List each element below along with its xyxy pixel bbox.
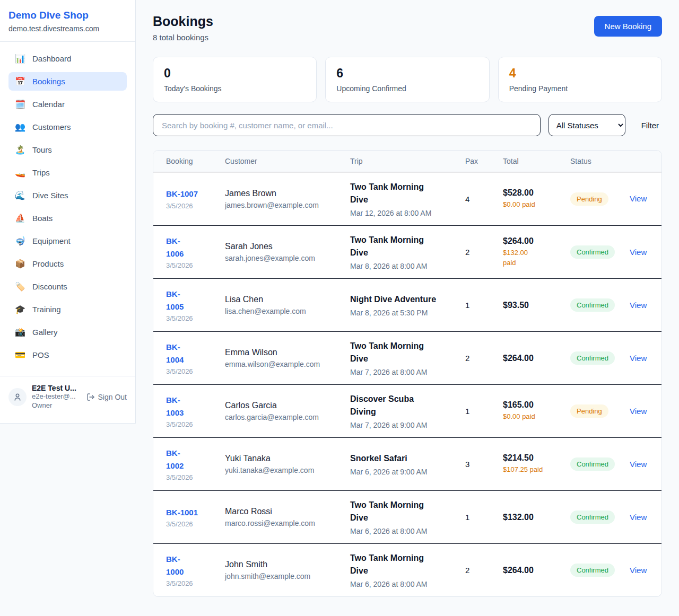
sidebar-item[interactable]: ⛵ Boats	[8, 209, 127, 227]
sidebar-item-icon: 📦	[15, 259, 25, 269]
booking-id-link[interactable]: BK- 1005	[166, 288, 220, 313]
sidebar-item-label: Tours	[32, 145, 52, 154]
actions-cell: View	[630, 248, 649, 257]
view-link[interactable]: View	[630, 354, 647, 363]
stat-label: Today's Bookings	[164, 84, 306, 93]
stat-value: 0	[164, 66, 306, 81]
table-row: BK- 1002 3/5/2026 Yuki Tanaka yuki.tanak…	[153, 437, 661, 490]
actions-cell: View	[630, 194, 649, 204]
status-select[interactable]: All Statuses	[549, 114, 625, 136]
sidebar-item[interactable]: 👥 Customers	[8, 118, 127, 136]
sidebar-item-label: Bookings	[32, 77, 65, 86]
bookings-table: Booking Customer Trip Pax Total Status B…	[153, 150, 662, 597]
paid-amount: $132.00 paid	[503, 248, 565, 267]
customer-cell: Emma Wilson emma.wilson@example.com	[225, 348, 350, 368]
sidebar-item[interactable]: 📊 Dashboard	[8, 49, 127, 68]
view-link[interactable]: View	[630, 566, 647, 575]
actions-cell: View	[630, 354, 649, 363]
booking-id-link[interactable]: BK-1007	[166, 188, 220, 200]
booking-date: 3/5/2026	[166, 367, 220, 375]
sidebar-item-label: Discounts	[32, 282, 67, 291]
sidebar-item[interactable]: 🏝️ Tours	[8, 140, 127, 159]
sidebar-item[interactable]: 🏷️ Discounts	[8, 277, 127, 296]
sidebar-item[interactable]: 🎓 Training	[8, 300, 127, 319]
stat-card: 4 Pending Payment	[498, 57, 662, 102]
table-row: BK- 1006 3/5/2026 Sarah Jones sarah.jone…	[153, 225, 661, 278]
status-cell: Confirmed	[570, 457, 630, 471]
view-link[interactable]: View	[630, 248, 647, 257]
page-header: Bookings 8 total bookings New Booking	[153, 14, 662, 42]
filter-button[interactable]: Filter	[641, 121, 659, 130]
actions-cell: View	[630, 407, 649, 416]
sidebar-item-icon: 🌊	[15, 190, 25, 200]
trip-name: Two Tank Morning Dive	[350, 552, 460, 577]
view-link[interactable]: View	[630, 301, 647, 310]
filter-row: All Statuses Filter	[153, 114, 662, 136]
sidebar-item[interactable]: 🚤 Trips	[8, 163, 127, 182]
booking-cell: BK- 1000 3/5/2026	[166, 553, 225, 587]
customer-cell: Yuki Tanaka yuki.tanaka@example.com	[225, 454, 350, 474]
status-badge: Confirmed	[570, 298, 615, 312]
total-amount: $93.50	[503, 301, 565, 310]
sidebar-item[interactable]: 🤿 Equipment	[8, 232, 127, 250]
booking-date: 3/5/2026	[166, 520, 220, 528]
sidebar-item-icon: 🗓️	[15, 99, 25, 109]
sidebar-item[interactable]: 💳 POS	[8, 346, 127, 364]
view-link[interactable]: View	[630, 407, 647, 416]
search-input[interactable]	[153, 114, 541, 136]
booking-id-link[interactable]: BK- 1006	[166, 235, 220, 260]
customer-email: james.brown@example.com	[225, 201, 345, 209]
sidebar-item[interactable]: 📸 Gallery	[8, 323, 127, 341]
booking-id-link[interactable]: BK-1001	[166, 506, 220, 518]
customer-name: Yuki Tanaka	[225, 454, 345, 463]
customer-cell: Lisa Chen lisa.chen@example.com	[225, 295, 350, 315]
actions-cell: View	[630, 566, 649, 575]
customer-name: John Smith	[225, 560, 345, 569]
stat-card: 0 Today's Bookings	[153, 57, 317, 102]
booking-cell: BK- 1004 3/5/2026	[166, 341, 225, 375]
table-column-header: Booking	[166, 157, 225, 165]
table-row: BK- 1004 3/5/2026 Emma Wilson emma.wilso…	[153, 331, 661, 384]
customer-email: carlos.garcia@example.com	[225, 413, 345, 421]
customer-name: Marco Rossi	[225, 507, 345, 516]
paid-amount: $107.25 paid	[503, 465, 565, 474]
total-amount: $528.00	[503, 188, 565, 198]
booking-cell: BK- 1002 3/5/2026	[166, 447, 225, 481]
sidebar-item[interactable]: 📅 Bookings	[8, 72, 127, 91]
user-email: e2e-tester@...	[32, 392, 76, 401]
actions-cell: View	[630, 460, 649, 469]
status-badge: Confirmed	[570, 245, 615, 259]
booking-id-link[interactable]: BK- 1004	[166, 341, 220, 366]
table-column-header: Status	[570, 157, 630, 165]
pax-cell: 2	[465, 248, 503, 257]
sidebar-item-icon: 🏷️	[15, 281, 25, 292]
sidebar-item-icon: 🎓	[15, 304, 25, 314]
sidebar-item[interactable]: 🗓️ Calendar	[8, 95, 127, 113]
customer-name: James Brown	[225, 189, 345, 198]
booking-id-link[interactable]: BK- 1000	[166, 553, 220, 578]
booking-id-link[interactable]: BK- 1002	[166, 447, 220, 472]
sidebar-item-label: Equipment	[32, 236, 71, 245]
view-link[interactable]: View	[630, 513, 647, 522]
new-booking-button[interactable]: New Booking	[594, 16, 662, 37]
booking-cell: BK- 1003 3/5/2026	[166, 394, 225, 428]
pax-cell: 1	[465, 407, 503, 416]
sidebar-item-label: Gallery	[32, 328, 58, 337]
trip-cell: Two Tank Morning Dive Mar 12, 2026 at 8:…	[350, 181, 465, 217]
sidebar-item-icon: 🏝️	[15, 145, 25, 155]
sidebar-item[interactable]: 📦 Products	[8, 254, 127, 273]
sidebar-item-icon: 📅	[15, 76, 25, 86]
sidebar-item-label: Dive Sites	[32, 191, 68, 200]
status-cell: Confirmed	[570, 564, 630, 577]
trip-name: Two Tank Morning Dive	[350, 234, 460, 259]
sign-out-button[interactable]: Sign Out	[86, 393, 127, 401]
sidebar-item[interactable]: 🌊 Dive Sites	[8, 186, 127, 205]
pax-cell: 1	[465, 513, 503, 522]
trip-datetime: Mar 6, 2026 at 8:00 AM	[350, 527, 460, 535]
booking-id-link[interactable]: BK- 1003	[166, 394, 220, 419]
view-link[interactable]: View	[630, 460, 647, 469]
view-link[interactable]: View	[630, 194, 647, 203]
total-amount: $132.00	[503, 513, 565, 522]
sidebar-item-label: Trips	[32, 168, 50, 177]
stat-label: Pending Payment	[509, 84, 651, 93]
